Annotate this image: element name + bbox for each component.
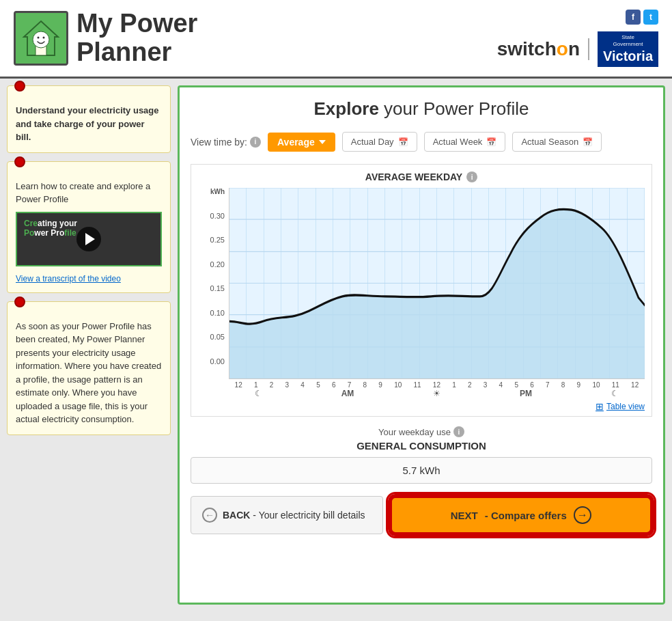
weekday-info-icon[interactable]: i [453,426,464,437]
video-thumbnail[interactable]: Creating yourPower Profile [16,212,162,266]
play-button[interactable] [76,227,101,251]
video-transcript-link[interactable]: View a transcript of the video [16,274,121,284]
svg-point-3 [38,37,40,39]
sidebar-card-2: Learn how to create and explore a Power … [7,161,171,293]
content-area: Explore your Power Profile View time by:… [178,85,665,605]
consumption-value-box: 5.7 kWh [191,457,652,484]
logo-area: My Power Planner [14,10,497,67]
sidebar-card-1: Understand your electricity usage and ta… [7,85,171,153]
sidebar-card3-text: As soon as your Power Profile has been c… [16,320,162,426]
sidebar-card-3: As soon as your Power Profile has been c… [7,301,171,435]
facebook-icon[interactable]: f [626,10,641,25]
svg-point-4 [43,37,45,39]
pin-icon-3 [14,296,25,307]
x-period-labels: ☾ AM ☀ PM ☾ [229,389,645,398]
your-weekday-use-label: Your weekday use i [191,426,652,437]
chart-title: AVERAGE WEEKDAY i [198,171,645,182]
moon-left-icon: ☾ [229,389,288,398]
svg-point-2 [33,31,49,48]
sidebar-card2-intro: Learn how to create and explore a Power … [16,180,162,206]
chart-plot [229,188,645,379]
pin-icon-2 [14,156,25,167]
twitter-icon[interactable]: t [643,10,658,25]
average-button[interactable]: Average [268,133,335,152]
next-button[interactable]: NEXT - Compare offers → [390,496,653,534]
y-label-000: 0.00 [210,357,225,365]
am-label: AM [288,389,407,398]
y-label-015: 0.15 [210,284,225,292]
pm-label: PM [466,389,585,398]
y-label-010: 0.10 [210,309,225,317]
header-right: f t switchon StateGovernment Victoria [497,10,658,68]
brand-logos: switchon StateGovernment Victoria [497,31,658,68]
sidebar-card1-text: Understand your electricity usage and ta… [16,105,159,142]
table-view-link[interactable]: ⊞ Table view [596,401,645,412]
info-icon[interactable]: i [250,137,261,148]
sidebar: Understand your electricity usage and ta… [7,85,171,605]
general-consumption-label: GENERAL CONSUMPTION [191,440,652,452]
header: My Power Planner f t switchon StateGover… [0,0,672,79]
y-label-005: 0.05 [210,333,225,341]
logo-text: My Power Planner [76,10,197,67]
calendar-icon-2: 📅 [486,137,496,147]
calendar-icon: 📅 [398,137,408,147]
actual-season-button[interactable]: Actual Season 📅 [512,132,602,152]
actual-week-button[interactable]: Actual Week 📅 [424,132,506,152]
social-icons: f t [626,10,658,25]
victoria-logo: StateGovernment Victoria [589,31,658,68]
bottom-nav: ← BACK - Your electricity bill details N… [191,496,652,534]
main-layout: Understand your electricity usage and ta… [0,79,672,611]
logo-house-icon [14,11,68,66]
chart-footer: ⊞ Table view [198,401,645,412]
sun-icon: ☀ [407,389,466,398]
page-title: Explore your Power Profile [191,98,652,120]
chart-container: AVERAGE WEEKDAY i kWh 0.30 0.25 0.20 0.1… [191,164,652,417]
back-button[interactable]: ← BACK - Your electricity bill details [191,496,383,534]
x-labels: 12 1 2 3 4 5 6 7 8 9 10 11 12 1 2 3 4 [229,379,645,389]
chart-info-icon[interactable]: i [466,171,477,182]
x-axis-container: 12 1 2 3 4 5 6 7 8 9 10 11 12 1 2 3 4 [229,379,645,389]
moon-right-icon: ☾ [585,389,645,398]
switchon-logo: switchon [497,38,589,60]
y-axis-unit: kWh [210,188,225,195]
view-time-bar: View time by: i Average Actual Day 📅 Act… [191,129,652,154]
pin-icon [14,81,25,92]
dropdown-arrow-icon [319,140,326,144]
view-time-label: View time by: i [191,137,261,148]
y-label-020: 0.20 [210,260,225,268]
calendar-icon-3: 📅 [583,137,593,147]
y-label-025: 0.25 [210,236,225,244]
y-axis: kWh 0.30 0.25 0.20 0.15 0.10 0.05 0.00 [198,188,229,379]
chart-svg [229,188,645,378]
next-arrow-icon: → [574,506,591,524]
chart-area: kWh 0.30 0.25 0.20 0.15 0.10 0.05 0.00 [198,188,645,379]
actual-day-button[interactable]: Actual Day 📅 [342,132,417,152]
usage-section: Your weekday use i GENERAL CONSUMPTION 5… [191,426,652,484]
y-label-030: 0.30 [210,212,225,220]
back-arrow-icon: ← [202,508,217,523]
